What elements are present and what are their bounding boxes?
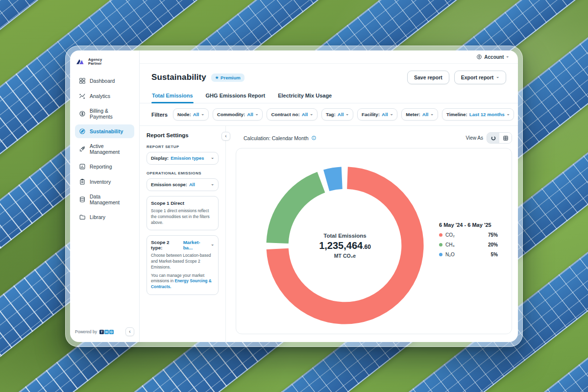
settings-panel-collapse-button[interactable]: ‹ [221, 132, 230, 141]
info-icon[interactable] [311, 135, 317, 141]
emissions-donut-chart: Total Emissions 1,235,464.60 MT CO₂e 6 M… [236, 148, 512, 334]
content-area: ‹ Report Settings REPORT SETUP Display: … [140, 126, 518, 342]
account-avatar-icon [476, 54, 482, 60]
powered-by-label: Powered by [75, 329, 97, 334]
thg-logo: T H G [99, 330, 114, 334]
display-select-label: Display: [151, 156, 169, 161]
thg-tile: G [109, 330, 114, 334]
chevron-left-icon: ‹ [129, 329, 130, 334]
filter-value: All [422, 112, 429, 117]
app-window: Agency Partner Dashboard Analytics Billi… [65, 46, 523, 347]
display-select-value: Emission types [171, 156, 204, 161]
thg-tile: T [99, 330, 104, 334]
tab-bar: Total Emissions GHG Emissions Report Ele… [140, 87, 518, 103]
chevron-down-icon: ⌄ [390, 112, 393, 116]
sidebar: Agency Partner Dashboard Analytics Billi… [70, 50, 140, 342]
display-select[interactable]: Display: Emission types ⌄ [147, 152, 219, 165]
chevron-down-icon: ⌄ [310, 112, 313, 116]
export-report-button[interactable]: Export report⌄ [454, 71, 506, 84]
brand-logo[interactable]: Agency Partner [76, 58, 133, 66]
premium-badge-label: Premium [220, 75, 241, 80]
view-as-table-button[interactable] [499, 133, 512, 143]
analytics-icon [79, 93, 86, 99]
sidebar-item-analytics[interactable]: Analytics [75, 89, 134, 103]
sidebar-collapse-button[interactable]: ‹ [125, 327, 134, 336]
brand-name-line2: Partner [88, 62, 102, 66]
tab-electricity-mix-usage[interactable]: Electricity Mix Usage [277, 89, 332, 103]
filter-label: Facility: [362, 112, 380, 117]
account-menu[interactable]: Account [484, 54, 504, 60]
sidebar-item-data-management[interactable]: Data Management [75, 190, 134, 209]
filter-label: Timeline: [446, 112, 467, 117]
scope1-card: Scope 1 Direct Scope 1 direct emissions … [147, 196, 219, 230]
filter-meter[interactable]: Meter:All⌄ [401, 108, 438, 121]
scope2-note: You can manage your market emissions in … [151, 273, 214, 290]
save-report-button[interactable]: Save report [407, 71, 449, 84]
emission-scope-select[interactable]: Emission scope: All ⌄ [147, 178, 219, 191]
report-settings-title: Report Settings [147, 132, 219, 138]
legend-percentage: 20% [488, 242, 498, 247]
tab-ghg-emissions-report[interactable]: GHG Emissions Report [205, 89, 266, 103]
chevron-down-icon: ⌄ [430, 112, 434, 116]
page-header: Sustainability ★ Premium Save report Exp… [140, 64, 518, 87]
legend-label: N₂O [445, 252, 455, 257]
billing-icon [79, 110, 86, 117]
report-settings-panel: Report Settings REPORT SETUP Display: Em… [140, 126, 226, 342]
sidebar-item-reporting[interactable]: Reporting [75, 160, 134, 173]
legend-item-co2: CO₂ 75% [439, 232, 498, 238]
sidebar-item-library[interactable]: Library [75, 210, 134, 224]
sidebar-item-active-management[interactable]: Active Management [75, 140, 134, 158]
sidebar-item-label: Reporting [90, 164, 112, 170]
sidebar-item-dashboard[interactable]: Dashboard [75, 74, 134, 88]
filter-commodity[interactable]: Commodity:All⌄ [213, 108, 263, 121]
save-report-label: Save report [414, 74, 442, 80]
sidebar-item-label: Analytics [90, 93, 110, 99]
filter-label: Tag: [326, 112, 336, 117]
filter-label: Node: [177, 112, 191, 117]
scope1-description: Scope 1 direct emissions reflect the com… [151, 208, 214, 225]
donut-chart-icon [490, 135, 496, 141]
legend-item-ch4: CH₄ 20% [439, 242, 498, 247]
clipboard-icon [79, 178, 86, 185]
view-as-chart-button[interactable] [487, 133, 499, 143]
chart-legend: 6 May '24 - 6 May '25 CO₂ 75% CH₄ 20% [439, 222, 498, 257]
filter-label: Commodity: [217, 112, 245, 117]
chevron-down-icon: ⌄ [211, 156, 214, 160]
filter-facility[interactable]: Facility:All⌄ [357, 108, 397, 121]
chart-header: Calculation: Calendar Month View As [236, 130, 512, 148]
filter-timeline[interactable]: Timeline:Last 12 months⌄ [442, 108, 514, 121]
sidebar-item-label: Library [90, 214, 105, 220]
scope2-card: Scope 2 type: Market-ba... ⌄ Choose betw… [147, 235, 219, 295]
sidebar-footer: Powered by T H G ‹ [75, 327, 134, 336]
view-as-label: View As [466, 135, 483, 141]
chevron-down-icon: ⌄ [211, 182, 214, 186]
scope2-description: Choose between Location-based and Market… [151, 253, 214, 270]
chevron-down-icon: ⌄ [496, 75, 499, 79]
emission-scope-label: Emission scope: [151, 182, 187, 187]
calculation-label: Calculation: Calendar Month [244, 135, 309, 141]
view-as-toggle [487, 132, 512, 144]
chevron-down-icon: ⌄ [507, 112, 510, 116]
export-report-label: Export report [461, 74, 494, 80]
database-icon [79, 196, 86, 203]
filter-value: Last 12 months [469, 112, 505, 117]
sidebar-item-sustainability[interactable]: Sustainability [75, 124, 134, 138]
sidebar-item-billing[interactable]: Billing & Payments [75, 104, 134, 123]
legend-dot [439, 253, 442, 256]
scope2-type-select[interactable]: Scope 2 type: Market-ba... ⌄ [151, 240, 214, 250]
sidebar-item-label: Sustainability [90, 128, 123, 134]
filter-value: All [382, 112, 388, 117]
sidebar-item-inventory[interactable]: Inventory [75, 175, 134, 189]
donut: Total Emissions 1,235,464.60 MT CO₂e [264, 165, 426, 326]
filter-value: All [302, 112, 308, 117]
folder-icon [79, 214, 86, 220]
sidebar-item-label: Active Management [90, 143, 130, 155]
filter-label: Meter: [406, 112, 420, 117]
filter-tag[interactable]: Tag:All⌄ [321, 108, 353, 121]
chevron-down-icon: ⌄ [506, 54, 509, 58]
tab-total-emissions[interactable]: Total Emissions [151, 89, 194, 103]
scope2-type-value: Market-ba... [183, 240, 209, 250]
filter-contract-no[interactable]: Contract no:All⌄ [267, 108, 317, 121]
sidebar-item-label: Dashboard [90, 78, 115, 84]
filter-node[interactable]: Node:All⌄ [173, 108, 209, 121]
